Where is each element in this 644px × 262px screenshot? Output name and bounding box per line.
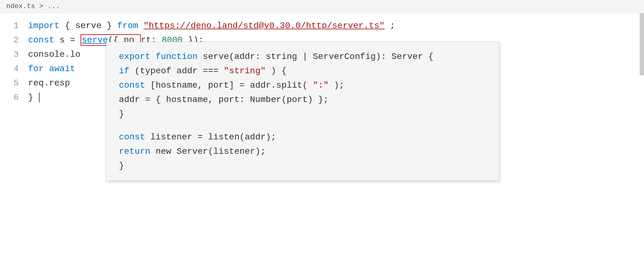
req-resp: req.resp: [28, 78, 70, 88]
popup-export: export: [119, 52, 150, 61]
import-url: "https://deno.land/std@v0.30.0/http/serv…: [144, 21, 385, 31]
line-number-5: 5: [0, 76, 19, 90]
popup-return: return: [119, 147, 150, 156]
code-area: 1 2 3 4 5 6 import { serve } from "https…: [0, 13, 644, 262]
line-number-2: 2: [0, 33, 19, 47]
cursor: [39, 93, 45, 102]
popup-space2: serve(addr: string | ServerConfig): Serv…: [203, 52, 433, 61]
var-s: s: [60, 35, 70, 45]
scrollbar[interactable]: [640, 13, 644, 75]
code-lines: import { serve } from "https://deno.land…: [25, 13, 644, 262]
popup-colon-str: ":": [313, 80, 329, 90]
line-numbers: 1 2 3 4 5 6: [0, 13, 25, 262]
keyword-import: import: [28, 21, 60, 31]
serve-function-call[interactable]: serve: [82, 35, 108, 45]
breadcrumb: ndex.ts > ...: [0, 0, 644, 13]
keyword-const: const: [28, 35, 54, 45]
popup-const-1: const: [119, 80, 145, 90]
popup-string-val: "string": [224, 66, 266, 76]
hover-popup: export function serve(addr: string | Ser…: [106, 42, 499, 181]
popup-close-if: }: [119, 109, 124, 119]
popup-if-close: ) {: [271, 66, 286, 76]
popup-addr-assign: addr = { hostname, port: Number(port) };: [119, 95, 329, 104]
popup-const-2: const: [119, 132, 145, 142]
popup-line-7: return new Server(listener);: [119, 144, 486, 159]
popup-spacer: [119, 121, 486, 130]
semicolon-1: ;: [390, 21, 395, 31]
popup-if: if: [119, 66, 129, 76]
popup-line-5: }: [119, 107, 486, 121]
popup-new-server: new Server(listener);: [156, 147, 266, 156]
popup-listener: listener = listen(addr);: [150, 132, 276, 142]
popup-line-2: if (typeof addr === "string" ) {: [119, 64, 486, 78]
line-number-3: 3: [0, 47, 19, 62]
equals: =: [70, 35, 75, 45]
console-lo: console.lo: [28, 50, 80, 59]
popup-line-1: export function serve(addr: string | Ser…: [119, 50, 486, 64]
popup-close-fn: }: [119, 161, 124, 171]
popup-line-4: addr = { hostname, port: Number(port) };: [119, 93, 486, 107]
popup-line-6: const listener = listen(addr);: [119, 130, 486, 144]
popup-function: function: [156, 52, 198, 61]
close-brace-main: }: [28, 93, 33, 102]
breadcrumb-text: ndex.ts > ...: [6, 2, 60, 10]
keyword-from: from: [117, 21, 138, 31]
editor-container: ndex.ts > ... 1 2 3 4 5 6 import { serve…: [0, 0, 644, 262]
line-number-1: 1: [0, 19, 19, 33]
popup-typeof: (typeof addr ===: [134, 66, 224, 76]
popup-line-3: const [hostname, port] = addr.split( ":"…: [119, 78, 486, 93]
popup-line-8: }: [119, 159, 486, 173]
keyword-await: await: [49, 64, 75, 74]
line-number-6: 6: [0, 90, 19, 105]
code-line-1: import { serve } from "https://deno.land…: [25, 19, 644, 33]
popup-destructure: [hostname, port] = addr.split(: [150, 80, 308, 90]
text-brace-open: { serve }: [65, 21, 117, 31]
popup-split-close: );: [334, 80, 344, 90]
keyword-for: for: [28, 64, 44, 74]
line-number-4: 4: [0, 62, 19, 76]
